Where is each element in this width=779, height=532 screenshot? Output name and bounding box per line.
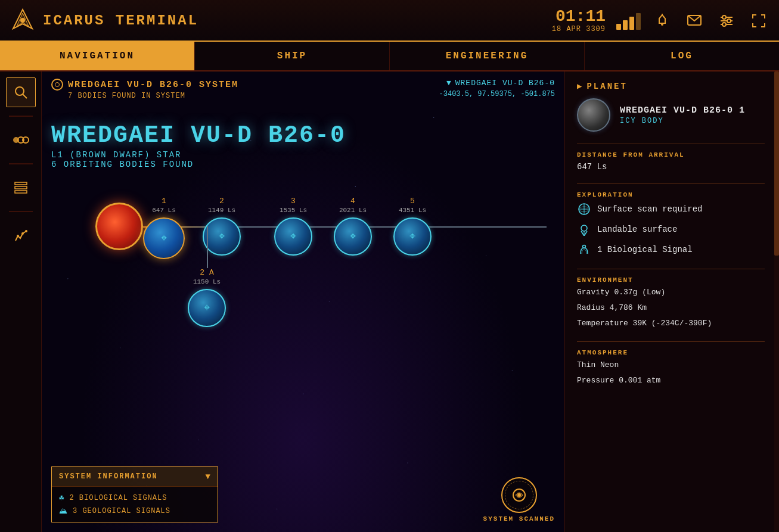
body-4-dist: 2021 Ls [339,207,367,214]
planet-section-header: ▶ PLANET [577,81,765,91]
divider-3 [577,269,765,269]
sidebar-list-button[interactable] [6,173,36,203]
orbital-body-star[interactable] [95,203,143,250]
bio-signal-icon: ☘ [59,493,64,503]
gravity-row: Gravity 0.37g (Low) [577,287,765,298]
clock-date: 18 APR 3309 [552,25,606,33]
system-info-chevron: ▼ [206,472,210,481]
divider-4 [577,341,765,342]
body-3-dist: 1535 Ls [280,207,307,214]
sidebar-search-button[interactable] [6,77,36,107]
notification-button[interactable] [651,10,673,32]
right-panel: ▶ PLANET WREDGAEI VU-D B26-0 1 ICY BODY … [564,71,779,532]
body-5-circle: ⌖ [393,217,432,256]
sidebar-divider-1 [9,116,33,117]
tab-log[interactable]: LOG [585,42,779,70]
svg-point-22 [25,230,27,232]
star-body-circle [95,203,143,250]
svg-point-23 [513,489,525,501]
tab-navigation[interactable]: NAVIGATION [0,42,195,70]
signal-bar-3 [629,17,634,30]
body-1-label: 1 [162,197,166,206]
signal-bar-4 [636,13,641,30]
body-3-scan-icon: ⌖ [290,231,296,242]
body-2-label: 2 [219,197,224,206]
orbital-body-2[interactable]: 2 1149 Ls ⌖ [203,197,241,256]
body-4-label: 4 [350,197,355,206]
body-1-circle: ⌖ [143,217,185,259]
planet-section-chevron: ▶ [577,81,582,91]
geo-signals-text: 3 GEOLOGICAL SIGNALS [73,507,170,515]
system-info-header[interactable]: SYSTEM INFORMATION ▼ [52,467,218,487]
orbital-body-3[interactable]: 3 1535 Ls ⌖ [274,197,312,256]
sidebar-bodies-button[interactable] [6,125,36,155]
svg-rect-19 [15,191,27,193]
clock-area: 01:11 18 APR 3309 [552,8,606,33]
settings-button[interactable] [716,10,737,32]
svg-point-9 [722,15,726,19]
orbital-body-5[interactable]: 5 4351 Ls ⌖ [393,197,432,256]
signal-bars [616,12,641,30]
temperature-row: Temperature 39K (-234C/-390F) [577,318,765,329]
body-1-dist: 647 Ls [152,207,176,214]
right-content: ▶ PLANET WREDGAEI VU-D B26-0 1 ICY BODY … [565,71,779,407]
system-info-body: ☘ 2 BIOLOGICAL SIGNALS ⛰ 3 GEOLOGICAL SI… [52,487,218,522]
svg-point-11 [722,23,726,26]
body-5-scan-icon: ⌖ [409,231,415,242]
signal-bar-2 [623,20,628,30]
bodies-found: 7 BODIES FOUND IN SYSTEM [51,92,238,100]
atmosphere-label: ATMOSPHERE [577,349,765,356]
svg-rect-17 [15,182,27,185]
sidebar-chart-button[interactable] [6,220,36,250]
atmosphere-section: ATMOSPHERE Thin Neon Pressure 0.001 atm [577,349,765,386]
tab-ship[interactable]: SHIP [195,42,390,70]
system-title: WREDGAEI VU-D B26-0 SYSTEM [68,80,238,90]
exploration-section: EXPLORATION Surface scan required [577,191,765,257]
explore-landable: Landable surface [577,222,765,237]
system-scanned-badge: SYSTEM SCANNED [483,477,555,522]
scroll-thumb[interactable] [774,71,779,256]
system-map: WREDGAEI VU-D B26-0 SYSTEM 7 BODIES FOUN… [42,71,564,532]
svg-point-29 [581,225,587,231]
bio-signal-text: 1 Biological Signal [597,245,693,254]
system-name-row: WREDGAEI VU-D B26-0 SYSTEM [51,79,238,91]
planet-card: WREDGAEI VU-D B26-0 1 ICY BODY [577,98,765,132]
messages-button[interactable] [684,10,705,32]
logo-area: ICARUS TERMINAL [10,7,198,33]
sub-body-2a[interactable]: 2 A 1150 Ls ⌖ [188,268,226,327]
clock-time: 01:11 [552,8,606,25]
planet-main-name: WREDGAEI VU-D B26-0 [51,122,346,149]
icarus-logo-icon [10,7,36,33]
pressure-row: Pressure 0.001 atm [577,375,765,386]
signal-bar-1 [616,24,621,30]
surface-scan-icon [577,202,591,216]
sub-body-connector [207,226,208,268]
distance-label: DISTANCE FROM ARRIVAL [577,151,765,158]
exploration-label: EXPLORATION [577,191,765,198]
left-sidebar [0,71,42,532]
system-orbit-icon [51,79,63,91]
distance-section: DISTANCE FROM ARRIVAL 647 Ls [577,151,765,172]
bio-signals-row: ☘ 2 BIOLOGICAL SIGNALS [59,493,210,503]
body-5-label: 5 [410,197,415,206]
tab-engineering[interactable]: ENGINEERING [390,42,585,70]
top-bar: ICARUS TERMINAL 01:11 18 APR 3309 [0,0,779,42]
planet-sphere-icon [577,98,610,132]
explore-surface-scan: Surface scan required [577,202,765,216]
orbital-body-4[interactable]: 4 2021 Ls ⌖ [334,197,372,256]
orbital-body-1[interactable]: 1 647 Ls ⌖ [143,197,185,259]
fullscreen-button[interactable] [748,10,769,32]
body-2-dist: 1149 Ls [208,207,235,214]
nav-chevron-icon: ▼ [446,79,452,88]
distance-value: 647 Ls [577,162,765,172]
svg-point-24 [517,493,521,497]
selected-body-area: ▼ WREDGAEI VU-D B26-0 -3403.5, 97.59375,… [439,79,555,98]
bio-signals-text: 2 BIOLOGICAL SIGNALS [69,494,167,502]
svg-point-12 [15,87,24,95]
top-right-controls: 01:11 18 APR 3309 [552,0,769,42]
svg-point-20 [17,235,19,237]
right-scrollbar[interactable] [774,71,779,532]
svg-point-2 [20,18,25,23]
nav-tabs: NAVIGATION SHIP ENGINEERING LOG [0,42,779,71]
body-3-circle: ⌖ [274,217,312,256]
